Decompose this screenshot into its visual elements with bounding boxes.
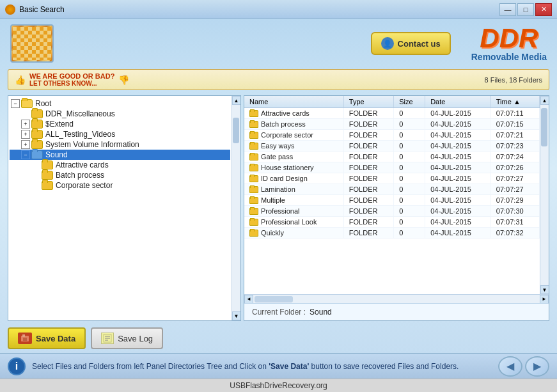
col-time[interactable]: Time ▲: [490, 96, 539, 108]
tree-scroll-up[interactable]: ▲: [232, 96, 241, 105]
tree-item-batch[interactable]: Batch process: [10, 170, 230, 180]
cell-name-text: Easy ways: [261, 142, 295, 150]
cell-time: 07:07:15: [490, 119, 539, 130]
save-log-button[interactable]: Save Log: [91, 327, 163, 349]
folder-icon-extend: [31, 120, 43, 129]
cell-name-text: Professional Look: [261, 218, 317, 226]
right-scroll-track[interactable]: [540, 105, 549, 285]
cell-date: 04-JUL-2015: [425, 162, 491, 173]
cell-type: FOLDER: [343, 130, 393, 141]
minimize-button[interactable]: —: [499, 3, 516, 16]
tree-item-corporate[interactable]: Corporate sector: [10, 180, 230, 191]
folder-icon-attractive: [42, 161, 53, 169]
tree-item-videos[interactable]: + ALL_Testing_Videos: [10, 129, 230, 139]
right-scroll-thumb[interactable]: [541, 108, 547, 146]
cell-name: Lamination: [244, 184, 343, 195]
table-row[interactable]: ID card DesignFOLDER004-JUL-201507:07:27: [244, 173, 540, 184]
right-scroll-up[interactable]: ▲: [540, 96, 549, 105]
contact-button[interactable]: 👤 Contact us: [371, 32, 451, 55]
tree-content: − Root DDR_Miscellaneous +: [8, 96, 231, 320]
cell-type: FOLDER: [343, 217, 393, 228]
table-row[interactable]: Easy waysFOLDER004-JUL-201507:07:23: [244, 141, 540, 152]
table-row[interactable]: Corporate sectorFOLDER004-JUL-201507:07:…: [244, 130, 540, 141]
table-row[interactable]: LaminationFOLDER004-JUL-201507:07:27: [244, 184, 540, 195]
folder-icon-batch: [42, 171, 53, 180]
save-data-label: Save Data: [36, 334, 75, 343]
table-row[interactable]: Professional LookFOLDER004-JUL-201507:07…: [244, 217, 540, 228]
banner-line2: LET OTHERS KNOW...: [29, 80, 114, 87]
cell-name: Easy ways: [244, 141, 343, 152]
table-row[interactable]: QuicklyFOLDER004-JUL-201507:07:32: [244, 228, 540, 239]
small-folder-icon: [249, 175, 258, 182]
small-folder-icon: [249, 208, 258, 215]
current-folder-value: Sound: [310, 308, 332, 317]
table-row[interactable]: Gate passFOLDER004-JUL-201507:07:24: [244, 152, 540, 162]
col-type[interactable]: Type: [343, 96, 393, 108]
cell-type: FOLDER: [343, 162, 393, 173]
h-scroll-thumb[interactable]: [255, 296, 293, 302]
cell-name: Batch process: [244, 119, 343, 130]
table-row[interactable]: MultipleFOLDER004-JUL-201507:07:29: [244, 195, 540, 206]
save-data-button[interactable]: Save Data: [8, 327, 86, 349]
tree-scroll-down[interactable]: ▼: [232, 311, 241, 320]
col-date[interactable]: Date: [425, 96, 491, 108]
sound-expand[interactable]: −: [21, 150, 30, 159]
right-scroll-down[interactable]: ▼: [540, 285, 549, 294]
tree-panel: − Root DDR_Miscellaneous +: [8, 95, 241, 321]
tree-vscrollbar[interactable]: ▲ ▼: [231, 96, 240, 320]
right-vscrollbar[interactable]: ▲ ▼: [540, 96, 549, 294]
cell-size: 0: [394, 119, 425, 130]
sysinfo-expand[interactable]: +: [21, 140, 30, 149]
cell-time: 07:07:26: [490, 162, 539, 173]
col-size[interactable]: Size: [394, 96, 425, 108]
tree-item-attractive[interactable]: Attractive cards: [10, 160, 230, 170]
small-folder-icon: [249, 230, 258, 237]
banner-text: WE ARE GOOD OR BAD? LET OTHERS KNOW...: [29, 72, 114, 87]
cell-name-text: Quickly: [261, 229, 284, 237]
root-expand[interactable]: −: [11, 99, 20, 108]
cell-size: 0: [394, 184, 425, 195]
tree-scroll-thumb[interactable]: [233, 118, 239, 143]
titlebar: Basic Search — □ ✕: [0, 0, 557, 19]
status-text-bold: 'Save Data': [269, 362, 309, 371]
cell-name: Professional Look: [244, 217, 343, 228]
videos-expand[interactable]: +: [21, 130, 30, 139]
nav-back-button[interactable]: ◀: [498, 356, 522, 377]
current-folder-label: Current Folder :: [252, 308, 306, 317]
extend-expand[interactable]: +: [21, 120, 30, 129]
item-label-ddr-misc: DDR_Miscellaneous: [45, 109, 115, 118]
ddr-logo: DDR Removable Media: [471, 25, 547, 62]
table-row[interactable]: ProfessionalFOLDER004-JUL-201507:07:30: [244, 206, 540, 217]
cell-size: 0: [394, 152, 425, 162]
cell-type: FOLDER: [343, 152, 393, 162]
table-row[interactable]: Batch processFOLDER004-JUL-201507:07:15: [244, 119, 540, 130]
h-scroll-right[interactable]: ►: [540, 295, 549, 304]
root-folder-icon: [21, 99, 33, 108]
cell-date: 04-JUL-2015: [425, 184, 491, 195]
cell-type: FOLDER: [343, 108, 393, 119]
banner-left: 👍 WE ARE GOOD OR BAD? LET OTHERS KNOW...…: [15, 72, 129, 87]
item-label-extend: $Extend: [45, 120, 74, 129]
info-icon: i: [8, 357, 26, 375]
cell-date: 04-JUL-2015: [425, 228, 491, 239]
tree-item-ddr-misc[interactable]: DDR_Miscellaneous: [10, 109, 230, 119]
h-scroll-left[interactable]: ◄: [244, 295, 253, 304]
table-row[interactable]: Attractive cardsFOLDER004-JUL-201507:07:…: [244, 108, 540, 119]
table-row[interactable]: House stationeryFOLDER004-JUL-201507:07:…: [244, 162, 540, 173]
tree-scroll-track[interactable]: [232, 105, 240, 311]
tree-root[interactable]: − Root: [10, 98, 230, 109]
close-button[interactable]: ✕: [535, 3, 552, 16]
cell-size: 0: [394, 173, 425, 184]
nav-forward-button[interactable]: ▶: [525, 356, 549, 377]
small-folder-icon: [249, 197, 258, 204]
ddr-subtitle: Removable Media: [471, 52, 547, 62]
col-name[interactable]: Name: [244, 96, 343, 108]
cell-name-text: Gate pass: [261, 153, 293, 161]
cell-date: 04-JUL-2015: [425, 173, 491, 184]
h-scroll[interactable]: ◄ ►: [244, 294, 549, 303]
restore-button[interactable]: □: [517, 3, 534, 16]
tree-item-extend[interactable]: + $Extend: [10, 119, 230, 129]
tree-item-sound[interactable]: − Sound: [10, 150, 230, 160]
current-folder-bar: Current Folder : Sound: [244, 303, 549, 320]
tree-item-sysinfo[interactable]: + System Volume Information: [10, 139, 230, 150]
